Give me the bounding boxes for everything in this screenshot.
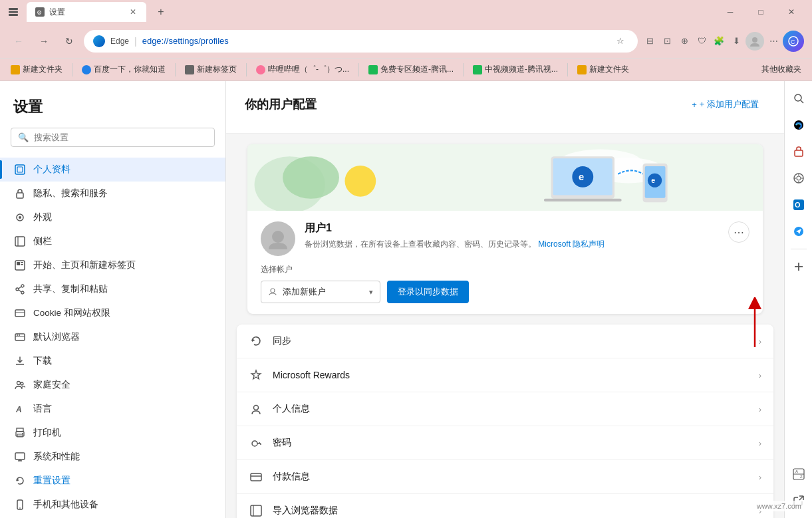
sidebar-item-family[interactable]: 家庭安全 <box>0 373 225 397</box>
add-sidebar-button[interactable] <box>787 255 811 279</box>
sidebar-item-print[interactable]: 打印机 <box>0 421 225 445</box>
password-icon <box>249 436 263 450</box>
bookmark-separator-5 <box>463 63 464 76</box>
sidebar-item-reset[interactable]: 重置设置 <box>0 469 225 493</box>
bookmark-item-bilibili[interactable]: 哔哩哔哩（゜-゜）つ... <box>251 62 354 77</box>
telegram-button[interactable] <box>787 219 811 243</box>
sidebar-item-sidebarnav[interactable]: 侧栏 <box>0 229 225 253</box>
bookmark-item-baidu[interactable]: 百度一下，你就知道 <box>76 62 171 77</box>
sidebar-item-appearance[interactable]: 外观 <box>0 205 225 229</box>
refresh-button[interactable]: ↻ <box>59 31 80 52</box>
search-sidebar-button[interactable] <box>787 86 811 110</box>
new-tab-button[interactable]: + <box>152 3 170 21</box>
maximize-button[interactable]: □ <box>745 0 776 24</box>
profile-banner: e e <box>247 144 763 211</box>
sidebar-item-label-system: 系统和性能 <box>33 451 80 463</box>
favorites-icon[interactable]: ☆ <box>612 33 628 49</box>
sidebar-item-cookies[interactable]: Cookie 和网站权限 <box>0 301 225 325</box>
search-icon: 🔍 <box>18 132 29 142</box>
settings-item-import[interactable]: 导入浏览器数据 › <box>237 494 773 518</box>
bookmark-item-newtab[interactable]: 新建标签页 <box>180 62 242 77</box>
sidebar-item-download[interactable]: 下载 <box>0 349 225 373</box>
toolbox-button[interactable] <box>787 140 811 164</box>
tencent2-icon <box>473 65 482 74</box>
settings-item-password[interactable]: 密码 › <box>237 426 773 460</box>
user-avatar <box>261 221 295 256</box>
sidebar-item-share[interactable]: 共享、复制和粘贴 <box>0 277 225 301</box>
sidebar-item-profile[interactable]: 个人资料 <box>0 158 225 182</box>
personal-info-label: 个人信息 <box>273 403 749 415</box>
split-screen-icon[interactable]: ⊟ <box>642 33 658 49</box>
sidebar-item-phone[interactable]: 手机和其他设备 <box>0 493 225 517</box>
collections-icon[interactable]: ⊕ <box>676 33 692 49</box>
outlook-button[interactable]: O <box>787 193 811 217</box>
svg-point-43 <box>19 507 21 509</box>
settings-search-input[interactable] <box>34 132 207 142</box>
svg-rect-16 <box>17 262 20 265</box>
sidebar-item-privacy[interactable]: 隐私、搜索和服务 <box>0 182 225 205</box>
edge-label: Edge <box>110 37 129 46</box>
tab-list-toggle[interactable] <box>5 4 21 20</box>
browser-essentials-icon[interactable]: 🛡 <box>694 33 710 49</box>
privacy-link[interactable]: Microsoft 隐私声明 <box>538 239 605 249</box>
settings-more-icon[interactable]: ⋯ <box>765 33 781 49</box>
sidebar-item-startup[interactable]: 开始、主页和新建标签页 <box>0 253 225 277</box>
settings-search-box[interactable]: 🔍 <box>11 128 215 147</box>
active-tab[interactable]: ⚙ 设置 ✕ <box>27 2 146 22</box>
sidebar-item-label-profile: 个人资料 <box>33 164 70 176</box>
svg-point-55 <box>345 166 376 197</box>
account-dropdown[interactable]: 添加新账户 ▾ <box>261 281 380 303</box>
add-profile-button[interactable]: + + 添加用户配置 <box>685 94 765 114</box>
sync-button[interactable]: 登录以同步数据 <box>387 281 469 303</box>
dropdown-arrow-icon: ▾ <box>369 288 373 297</box>
edge-sidebar-button[interactable] <box>787 113 811 137</box>
settings-item-sync[interactable]: 同步 › <box>237 324 773 358</box>
reset-icon <box>13 474 27 487</box>
svg-point-21 <box>21 291 24 294</box>
add-profile-label: + 添加用户配置 <box>700 98 759 110</box>
bookmarks-more-button[interactable]: 其他收藏夹 <box>756 62 807 77</box>
discover-button[interactable] <box>787 166 811 190</box>
back-button[interactable]: ← <box>8 31 29 52</box>
titlebar: ⚙ 设置 ✕ + ─ □ ✕ <box>0 0 812 24</box>
settings-item-rewards[interactable]: Microsoft Rewards › <box>237 358 773 392</box>
address-bar[interactable]: Edge | edge://settings/profiles ☆ <box>84 30 638 53</box>
rewards-icon <box>249 368 263 382</box>
sidebar-item-system[interactable]: 系统和性能 <box>0 445 225 469</box>
extensions-icon[interactable]: 🧩 <box>711 33 727 49</box>
bookmark-item-tencent2[interactable]: 中视频频道-腾讯视... <box>468 62 563 77</box>
svg-rect-26 <box>15 334 25 340</box>
bookmark-item-tencent1[interactable]: 免费专区频道-腾讯... <box>363 62 459 77</box>
minimize-button[interactable]: ─ <box>715 0 745 24</box>
favorites-bar-icon[interactable]: ⊡ <box>659 33 675 49</box>
tab-close-button[interactable]: ✕ <box>128 7 138 17</box>
sidebar-item-label-startup: 开始、主页和新建标签页 <box>33 259 136 271</box>
add-icon: + <box>692 100 697 110</box>
profile-user-row: 用户1 备份浏览数据，在所有设备上查看收藏内容、密码、历史记录等。 Micros… <box>261 221 749 256</box>
phone-icon <box>13 498 27 511</box>
svg-rect-17 <box>21 262 23 263</box>
bookmark-item-folder1[interactable]: 新建文件夹 <box>5 62 68 77</box>
svg-rect-84 <box>795 150 803 156</box>
forward-button[interactable]: → <box>33 31 55 52</box>
close-button[interactable]: ✕ <box>776 0 807 24</box>
folder-icon <box>11 65 20 74</box>
sidebar-item-label-family: 家庭安全 <box>33 379 70 391</box>
svg-text:O: O <box>795 201 801 209</box>
language-icon: A <box>13 402 27 416</box>
settings-item-payment[interactable]: 付款信息 › <box>237 460 773 494</box>
svg-rect-38 <box>15 453 25 459</box>
profile-avatar[interactable] <box>745 32 764 51</box>
settings-item-personalinfo[interactable]: 个人信息 › <box>237 392 773 426</box>
svg-rect-77 <box>251 473 261 481</box>
download-icon[interactable]: ⬇ <box>728 33 744 49</box>
accessibility-sidebar-button[interactable]: AZ <box>787 462 811 486</box>
profile-card-container: e e <box>237 144 773 314</box>
sidebar-item-language[interactable]: A 语言 <box>0 397 225 421</box>
profile-more-button[interactable]: ⋯ <box>728 221 749 243</box>
main-layout: 设置 🔍 个人资料 隐私、搜索和服务 <box>0 81 812 518</box>
cookies-icon <box>13 307 27 320</box>
copilot-button[interactable]: C <box>783 31 804 52</box>
sidebar-item-browser[interactable]: 默认浏览器 <box>0 325 225 349</box>
bookmark-item-folder2[interactable]: 新建文件夹 <box>572 62 634 77</box>
